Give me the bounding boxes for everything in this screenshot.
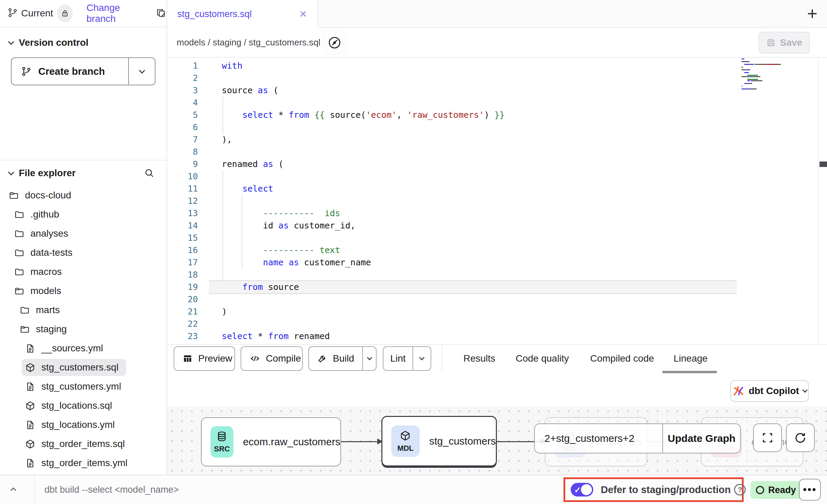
status-bar: dbt build --select <model_name> ✓ Defer … xyxy=(0,475,827,504)
code-line[interactable]: 21) xyxy=(167,306,827,318)
file-row[interactable]: stg_order_items.yml xyxy=(0,453,166,473)
code-line[interactable]: 16 ---------- text xyxy=(167,244,827,256)
code-line[interactable]: 2 xyxy=(167,72,827,84)
folder-row[interactable]: staging xyxy=(0,320,166,339)
file-row[interactable]: __sources.yml xyxy=(0,339,166,358)
lint-button[interactable]: Lint xyxy=(383,346,431,371)
create-branch-main[interactable]: Create branch xyxy=(12,58,128,85)
git-branch-icon xyxy=(8,8,18,19)
tab-bar: stg_customers.sql ✕ + xyxy=(167,0,827,28)
file-name: stg_customers.sql xyxy=(41,362,119,373)
chevron-down-icon xyxy=(419,355,424,361)
new-tab-button[interactable]: + xyxy=(807,3,817,24)
save-button[interactable]: Save xyxy=(759,32,810,54)
code-line[interactable]: 7), xyxy=(167,134,827,146)
code-line[interactable]: 11 select xyxy=(167,183,827,195)
refresh-button[interactable] xyxy=(786,423,815,452)
preview-button[interactable]: Preview xyxy=(174,346,235,371)
code-editor[interactable]: 1with23source as (45 select * from {{ so… xyxy=(167,58,827,345)
create-branch-dropdown[interactable] xyxy=(128,58,155,85)
code-text: select * from renamed xyxy=(208,330,330,342)
help-icon[interactable]: ? xyxy=(734,484,746,495)
command-input[interactable]: dbt build --select <model_name> xyxy=(44,475,179,504)
code-line[interactable]: 6 xyxy=(167,121,827,134)
breadcrumb-row: models / staging / stg_customers.sql Sav… xyxy=(167,28,827,58)
lint-label: Lint xyxy=(390,353,406,364)
lineage-node-stg_customers[interactable]: MDLstg_customers xyxy=(381,416,497,466)
folder-row[interactable]: data-tests xyxy=(0,243,166,262)
file-explorer-header[interactable]: File explorer xyxy=(0,163,166,183)
folder-row[interactable]: docs-cloud xyxy=(0,186,166,205)
code-line[interactable]: 12 xyxy=(167,195,827,207)
code-text: with xyxy=(208,60,242,72)
defer-toggle[interactable]: ✓ xyxy=(571,483,593,496)
file-row[interactable]: stg_customers.yml xyxy=(0,377,166,396)
lineage-canvas[interactable]: SRCecom.raw_customersMDLstg_customersMDL… xyxy=(167,406,827,475)
status-label: Ready xyxy=(768,485,796,495)
change-branch-link[interactable]: Change branch xyxy=(86,2,144,24)
code-line[interactable]: 5 select * from {{ source('ecom', 'raw_c… xyxy=(167,109,827,121)
folder-row[interactable]: models xyxy=(0,281,166,300)
build-button[interactable]: Build xyxy=(308,346,377,371)
minimap[interactable] xyxy=(742,58,786,90)
create-branch-button[interactable]: Create branch xyxy=(11,57,155,85)
code-line[interactable]: 22 xyxy=(167,318,827,330)
branch-lock-icon xyxy=(57,4,73,22)
status-badge[interactable]: Ready xyxy=(750,481,801,499)
code-line[interactable]: 14 id as customer_id, xyxy=(167,220,827,232)
code-line[interactable]: 3source as ( xyxy=(167,84,827,97)
lineage-node-ecom-raw_customers[interactable]: SRCecom.raw_customers xyxy=(201,417,341,466)
collapse-panel-button[interactable] xyxy=(8,484,18,496)
code-line-active[interactable]: 19 from source xyxy=(167,281,827,293)
compile-label: Compile xyxy=(266,353,301,364)
folder-row[interactable]: macros xyxy=(0,262,166,281)
dbt-copilot-button[interactable]: dbt Copilot xyxy=(730,380,809,402)
folder-row[interactable]: marts xyxy=(0,300,166,320)
code-line[interactable]: 9renamed as ( xyxy=(167,158,827,170)
update-graph-button[interactable]: Update Graph xyxy=(663,424,740,453)
compile-button[interactable]: Compile xyxy=(241,346,303,371)
folder-row[interactable]: analyses xyxy=(0,224,166,243)
close-icon[interactable]: ✕ xyxy=(298,7,309,21)
code-line[interactable]: 1with xyxy=(167,60,827,72)
more-options-button[interactable]: ••• xyxy=(799,479,821,501)
version-control-header[interactable]: Version control xyxy=(0,37,166,48)
lint-dropdown[interactable] xyxy=(412,347,430,370)
file-row[interactable]: stg_locations.yml xyxy=(0,415,166,434)
code-line[interactable]: 23select * from renamed xyxy=(167,330,827,342)
code-text: ---------- ids xyxy=(208,207,340,220)
file-row[interactable]: stg_locations.sql xyxy=(0,396,166,415)
branch-header: Current Change branch xyxy=(0,0,166,27)
folder-row[interactable]: .github xyxy=(0,205,166,224)
model-health-icon[interactable] xyxy=(323,31,347,55)
code-line[interactable]: 18 xyxy=(167,269,827,281)
code-line[interactable]: 17 name as customer_name xyxy=(167,256,827,269)
tab-lineage[interactable]: Lineage xyxy=(674,345,708,372)
wrench-icon xyxy=(317,353,327,364)
code-area[interactable]: 1with23source as (45 select * from {{ so… xyxy=(167,58,827,342)
file-name: .github xyxy=(30,209,59,220)
code-line[interactable]: 10 xyxy=(167,170,827,183)
code-line[interactable]: 15 xyxy=(167,232,827,244)
code-line[interactable]: 13 ---------- ids xyxy=(167,207,827,220)
line-number: 23 xyxy=(167,330,208,342)
file-name: analyses xyxy=(30,228,68,239)
lineage-selector-input[interactable]: 2+stg_customers+2 xyxy=(535,424,662,453)
copy-branch-icon[interactable] xyxy=(155,7,166,19)
search-icon[interactable] xyxy=(144,168,155,179)
file-row[interactable]: stg_customers.sql xyxy=(0,358,166,377)
code-line[interactable]: 8 xyxy=(167,146,827,158)
build-dropdown[interactable] xyxy=(362,347,376,370)
code-line[interactable]: 20 xyxy=(167,293,827,306)
line-number: 14 xyxy=(167,220,208,232)
scrollbar-thumb[interactable] xyxy=(819,162,827,167)
defer-annotation-box: ✓ Defer to staging/production ? xyxy=(564,477,744,502)
fullscreen-button[interactable] xyxy=(753,423,782,452)
tab-compiled-code[interactable]: Compiled code xyxy=(590,345,654,372)
code-line[interactable]: 4 xyxy=(167,97,827,109)
file-row[interactable]: stg_order_items.sql xyxy=(0,434,166,453)
tab-stg-customers-sql[interactable]: stg_customers.sql ✕ xyxy=(167,0,318,28)
tab-results[interactable]: Results xyxy=(463,345,495,372)
tab-code-quality[interactable]: Code quality xyxy=(516,345,569,372)
dbt-cloud-ide: Current Change branch Version control xyxy=(0,0,827,504)
